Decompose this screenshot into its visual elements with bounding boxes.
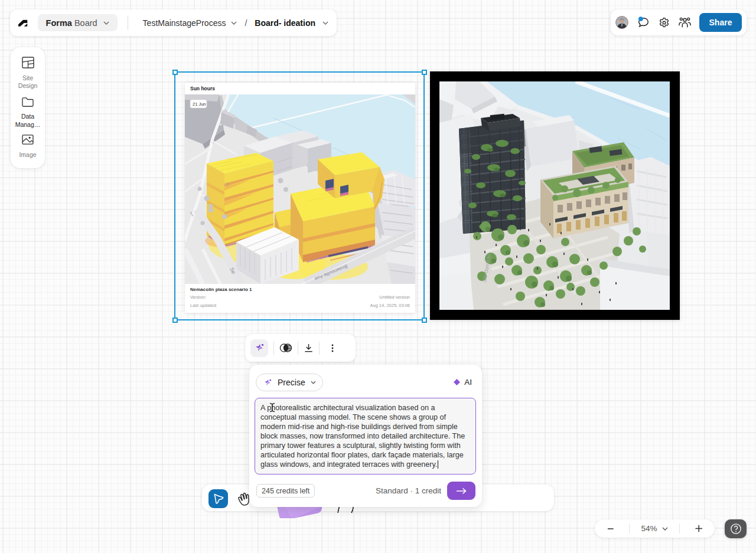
svg-text:21 Jun: 21 Jun bbox=[193, 102, 206, 107]
